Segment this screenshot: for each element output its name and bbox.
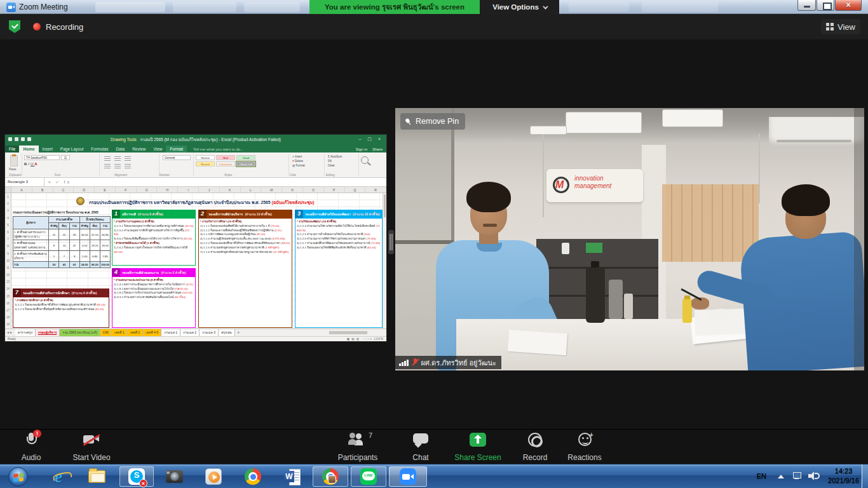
column-header[interactable]: R (365, 187, 386, 193)
taskbar-clock[interactable]: 14:23 2021/9/16 (828, 466, 859, 485)
taskbar-skype[interactable]: × (119, 466, 154, 487)
row-header[interactable]: 4 (5, 215, 11, 222)
share-screen-button[interactable]: Share Screen (449, 433, 507, 462)
editing-command[interactable]: Fill (328, 159, 342, 163)
pane-resize-handle[interactable] (388, 230, 394, 254)
row-header[interactable]: 10 (5, 257, 11, 264)
row-header[interactable]: 5 (5, 222, 11, 229)
taskbar-line[interactable] (351, 466, 386, 487)
align-right-icon[interactable] (125, 156, 131, 161)
row-header[interactable]: 3 (5, 207, 11, 214)
start-video-button[interactable]: Start Video (66, 433, 117, 462)
taskbar-chrome[interactable] (239, 466, 267, 487)
close-button[interactable] (835, 0, 862, 11)
taskbar-zoom[interactable] (389, 466, 427, 487)
worksheet-grid[interactable]: 12345678910111213141516171819 กรอบประเมิ… (5, 193, 386, 329)
ribbon-tab[interactable]: File (5, 146, 19, 152)
start-button[interactable] (4, 466, 32, 487)
name-box[interactable]: Rectangle 3 (5, 178, 44, 186)
zoom-control[interactable]: ▦ ▤ ▥ −──+ 100% (347, 337, 384, 341)
row-header[interactable]: 9 (5, 250, 11, 257)
sheet-tab[interactable]: เลขที่ 2 (127, 329, 143, 336)
sheet-tab[interactable]: ตารางสรุป (15, 329, 36, 336)
sheet-tab[interactable]: สรุปเล่ม (219, 329, 235, 336)
merge-center-icon[interactable] (125, 164, 131, 168)
row-header[interactable]: 11 (5, 264, 11, 271)
row-header[interactable]: 14 (5, 285, 11, 292)
cell-style-option[interactable]: Calculation (216, 161, 235, 166)
row-header[interactable]: 15 (5, 293, 11, 300)
sign-in-link[interactable]: Sign in (356, 147, 367, 151)
column-header[interactable]: K (220, 187, 241, 193)
remove-pin-button[interactable]: Remove Pin (400, 113, 465, 130)
column-header[interactable]: C (53, 187, 74, 193)
column-header[interactable]: P (324, 187, 345, 193)
encryption-shield-icon[interactable] (9, 20, 20, 33)
ribbon-tab[interactable]: Data (112, 146, 128, 152)
select-all-corner[interactable] (5, 187, 11, 193)
cells-command[interactable]: Insert (292, 155, 305, 158)
sheet-tab[interactable]: งานเมล 3 (200, 329, 219, 336)
audio-button[interactable]: ! Audio (9, 433, 53, 462)
show-hidden-icons-arrow[interactable] (778, 475, 784, 478)
sheet-tab[interactable]: เลขที่ 1 (112, 329, 128, 336)
paste-icon[interactable] (10, 155, 18, 166)
tell-me-box[interactable]: Tell me what you want to do... (193, 147, 243, 152)
reactions-button[interactable]: + Reactions (562, 433, 607, 462)
share-link[interactable]: Share (372, 147, 383, 151)
ribbon-tab[interactable]: Insert (39, 146, 57, 152)
excel-window-controls[interactable]: – ▢ × (359, 137, 383, 142)
row-header[interactable]: 1 (5, 193, 11, 200)
cell-style-option[interactable]: Neutral (196, 161, 215, 166)
view-layout-button[interactable]: View (821, 19, 860, 34)
align-left-icon[interactable] (104, 156, 111, 161)
column-header[interactable]: F (116, 187, 137, 193)
ribbon-tab[interactable]: Home (19, 146, 38, 152)
horizontal-scrollbar[interactable] (242, 329, 386, 336)
pinned-video-tile[interactable]: M innovationmanagement Remove Pin ผศ.ดร. (395, 108, 864, 370)
number-format-select[interactable]: General (163, 155, 191, 160)
sheet-tab[interactable]: งานเมล 1 (161, 329, 180, 336)
column-header[interactable]: J (199, 187, 220, 193)
row-header[interactable]: 19 (5, 321, 11, 328)
column-header[interactable]: Q (345, 187, 366, 193)
participants-button[interactable]: 7 Participants (330, 433, 385, 462)
sheet-tab[interactable]: CIM (100, 329, 112, 336)
row-header[interactable]: 17 (5, 307, 11, 314)
view-options-button[interactable]: View Options (480, 0, 559, 14)
row-header[interactable]: 13 (5, 278, 11, 285)
sheet-tab[interactable]: งานเมล 2 (180, 329, 200, 336)
ribbon-tab[interactable]: Format (166, 146, 187, 152)
chat-button[interactable]: Chat (402, 433, 440, 462)
taskbar-camera-app[interactable] (160, 466, 188, 487)
taskbar-file-explorer[interactable] (83, 466, 111, 487)
cell-style-option[interactable]: Bad (216, 155, 235, 160)
language-indicator[interactable]: EN (757, 472, 766, 480)
column-header[interactable]: I (178, 187, 199, 193)
column-header[interactable]: O (303, 187, 324, 193)
taskbar-chrome-profile[interactable] (313, 466, 348, 487)
add-sheet-button[interactable]: + (235, 329, 242, 336)
sheet-tab[interactable]: รวม 2565 (ทะเบียน) (แก้) (60, 329, 100, 336)
cell-style-option[interactable]: Normal (196, 155, 215, 160)
taskbar-internet-explorer[interactable]: e (44, 466, 72, 487)
ribbon-tab[interactable]: View (149, 146, 166, 152)
record-button[interactable]: Record (516, 433, 554, 462)
cells-command[interactable]: Format (292, 164, 305, 167)
column-header[interactable]: D (74, 187, 95, 193)
align-center-icon[interactable] (114, 156, 121, 161)
column-header[interactable]: B (32, 187, 53, 193)
sheet-nav-arrows[interactable]: ◂▸ (5, 329, 15, 336)
column-header[interactable]: H (157, 187, 178, 193)
font-format-buttons[interactable]: BIUA (24, 162, 39, 166)
row-header[interactable]: 16 (5, 300, 11, 307)
sheet-tab[interactable]: เลขที่ 4-5 (143, 329, 161, 336)
volume-icon[interactable] (808, 471, 818, 480)
row-header[interactable]: 7 (5, 236, 11, 243)
minimize-button[interactable] (797, 0, 816, 11)
row-header[interactable]: 2 (5, 200, 11, 207)
column-header[interactable]: N (282, 187, 303, 193)
column-header[interactable]: E (95, 187, 116, 193)
column-header[interactable]: A (11, 187, 32, 193)
font-name-select[interactable]: TH SarabunPSK (24, 155, 60, 160)
